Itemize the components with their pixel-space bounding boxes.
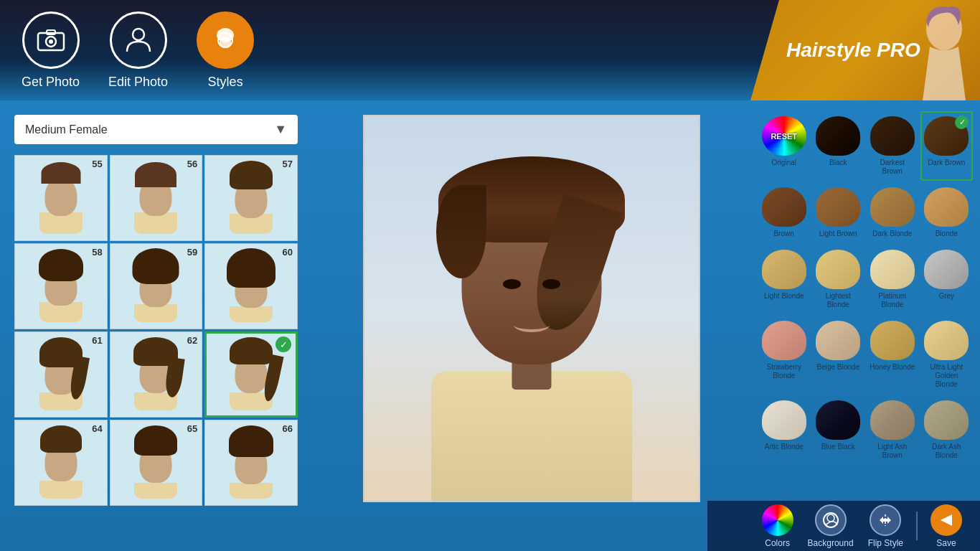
color-strawberry-blonde-label: Strawberry Blonde [761, 363, 807, 380]
background-icon [815, 504, 847, 536]
color-darkest-brown[interactable]: Darkest Brown [866, 111, 919, 181]
style-63[interactable]: ✓ [204, 331, 298, 418]
style-66[interactable]: 66 [204, 420, 298, 506]
styles-panel: Medium Female ▼ 55 56 [0, 100, 312, 551]
style-55[interactable]: 55 [14, 155, 108, 241]
get-photo-label: Get Photo [22, 75, 80, 90]
strawberry-blonde-swatch [762, 321, 806, 360]
style-64[interactable]: 64 [14, 420, 108, 506]
color-dark-blonde-label: Dark Blonde [872, 230, 912, 238]
style-65[interactable]: 65 [110, 420, 203, 506]
darkest-brown-swatch [870, 116, 915, 156]
color-artic-blonde-label: Artic Blonde [765, 443, 804, 451]
color-light-ash-brown-label: Light Ash Brown [870, 443, 915, 460]
color-grey[interactable]: Grey [920, 245, 974, 314]
save-button[interactable]: Save [930, 504, 962, 548]
hair-style-icon [197, 11, 254, 69]
light-blonde-swatch [762, 250, 806, 289]
save-label: Save [936, 538, 956, 548]
flip-icon [870, 504, 901, 536]
color-light-blonde[interactable]: Light Blonde [758, 245, 811, 314]
main-content: Medium Female ▼ 55 56 [0, 100, 980, 551]
svg-marker-12 [941, 514, 952, 526]
color-artic-blonde[interactable]: Artic Blonde [758, 395, 811, 465]
color-blue-black[interactable]: Blue Black [812, 395, 865, 465]
color-platinum-blonde-label: Platinum Blonde [870, 292, 915, 309]
color-beige-blonde[interactable]: Beige Blonde [812, 316, 865, 394]
reset-swatch: RESET [762, 116, 806, 156]
color-brown[interactable]: Brown [758, 182, 811, 243]
blue-black-swatch [816, 400, 860, 440]
styles-label: Styles [208, 75, 243, 90]
color-grey-label: Grey [938, 292, 954, 301]
svg-point-7 [220, 37, 231, 48]
style-58[interactable]: 58 [14, 243, 108, 329]
color-black[interactable]: Black [812, 111, 865, 181]
camera-icon [22, 11, 80, 69]
style-57[interactable]: 57 [204, 155, 298, 241]
color-light-brown-label: Light Brown [819, 230, 857, 238]
dark-blonde-swatch [870, 187, 915, 227]
artic-blonde-swatch [762, 400, 806, 440]
honey-blonde-swatch [870, 321, 915, 360]
dark-ash-blonde-swatch [924, 400, 969, 440]
color-original[interactable]: RESET Original [758, 111, 811, 181]
platinum-blonde-swatch [870, 250, 915, 289]
color-black-label: Black [829, 159, 847, 167]
app-logo: Hairstyle PRO [750, 0, 980, 100]
color-light-ash-brown[interactable]: Light Ash Brown [866, 395, 919, 465]
color-dark-brown[interactable]: ✓ Dark Brown [920, 111, 974, 181]
color-blonde[interactable]: Blonde [920, 182, 974, 243]
color-light-blonde-label: Light Blonde [764, 292, 804, 301]
style-62[interactable]: 62 [110, 331, 203, 418]
style-59[interactable]: 59 [110, 243, 203, 329]
color-blonde-label: Blonde [936, 230, 958, 238]
colors-label: Colors [765, 538, 790, 548]
color-blue-black-label: Blue Black [821, 443, 855, 451]
flip-style-label: Flip Style [868, 538, 903, 548]
color-ultra-light-golden-blonde[interactable]: Ultra Light Golden Blonde [920, 316, 974, 394]
colors-icon [762, 504, 793, 536]
style-61[interactable]: 61 [14, 331, 108, 418]
black-swatch [816, 116, 860, 156]
style-grid: 55 56 [14, 155, 298, 506]
nav-styles[interactable]: Styles [197, 11, 254, 90]
style-category-dropdown[interactable]: Medium Female ▼ [14, 115, 298, 144]
ultra-light-golden-blonde-swatch [924, 321, 969, 360]
chevron-down-icon: ▼ [274, 122, 287, 137]
color-ultra-light-golden-blonde-label: Ultra Light Golden Blonde [924, 363, 970, 389]
colors-button[interactable]: Colors [762, 504, 793, 548]
color-darkest-brown-label: Darkest Brown [870, 159, 915, 176]
grey-swatch [924, 250, 969, 289]
light-ash-brown-swatch [870, 400, 915, 440]
style-60[interactable]: 60 [204, 243, 298, 329]
color-light-brown[interactable]: Light Brown [812, 182, 865, 243]
svg-point-4 [133, 29, 144, 40]
nav-edit-photo[interactable]: Edit Photo [108, 11, 168, 90]
light-brown-swatch [816, 187, 860, 227]
color-platinum-blonde[interactable]: Platinum Blonde [866, 245, 919, 314]
lightest-blonde-swatch [816, 250, 860, 289]
beige-blonde-swatch [816, 321, 860, 360]
color-dark-blonde[interactable]: Dark Blonde [866, 182, 919, 243]
brown-swatch [762, 187, 806, 227]
save-icon [930, 504, 962, 536]
background-label: Background [808, 538, 854, 548]
person-icon [110, 11, 167, 69]
edit-photo-label: Edit Photo [108, 75, 168, 90]
color-honey-blonde[interactable]: Honey Blonde [866, 316, 919, 394]
color-strawberry-blonde[interactable]: Strawberry Blonde [758, 316, 811, 394]
toolbar-divider [916, 512, 918, 540]
color-dark-brown-label: Dark Brown [928, 159, 965, 167]
color-dark-ash-blonde-label: Dark Ash Blonde [924, 443, 970, 460]
color-lightest-blonde[interactable]: Lightest Blonde [812, 245, 865, 314]
color-lightest-blonde-label: Lightest Blonde [816, 292, 862, 309]
flip-style-button[interactable]: Flip Style [868, 504, 903, 548]
nav-get-photo[interactable]: Get Photo [22, 11, 80, 90]
photo-frame [363, 115, 700, 502]
color-dark-ash-blonde[interactable]: Dark Ash Blonde [920, 395, 974, 465]
style-56[interactable]: 56 [110, 155, 203, 241]
background-button[interactable]: Background [808, 504, 854, 548]
color-brown-label: Brown [774, 230, 794, 238]
color-original-label: Original [772, 159, 796, 167]
